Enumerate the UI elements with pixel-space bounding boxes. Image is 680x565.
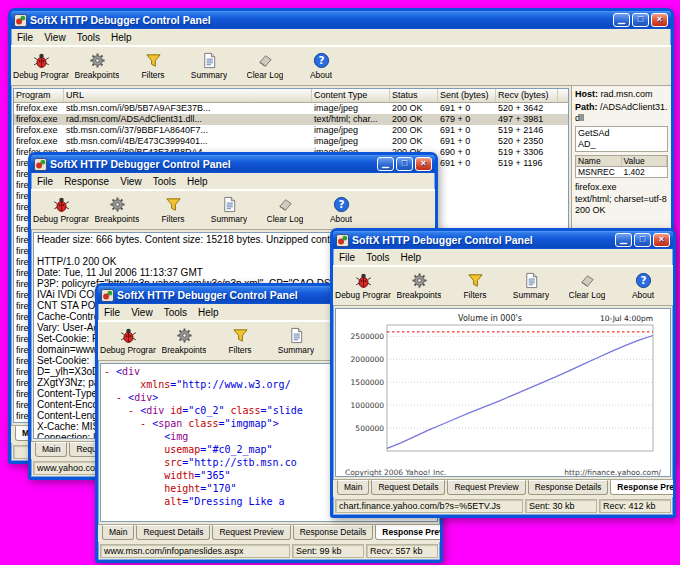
table-row[interactable]: firefox.exestb.msn.com/i/4B/E473C3999401…	[14, 136, 568, 147]
menu-file[interactable]: File	[17, 32, 33, 43]
tab-request-details[interactable]: Request Details	[136, 525, 210, 540]
minimize-button[interactable]: ▁	[377, 157, 394, 171]
close-button[interactable]: ×	[651, 13, 668, 27]
table-row[interactable]: firefox.exerad.msn.com/ADSAdClient31.dll…	[14, 114, 568, 125]
toolbar: Debug ProgramBreakpointsFiltersSummaryCl…	[31, 190, 435, 230]
menu-response[interactable]: Response	[64, 176, 109, 187]
toolbar-clear-log-button[interactable]: Clear Log	[237, 48, 293, 84]
view-tabs: MainRequest DetailsRequest PreviewRespon…	[98, 524, 440, 542]
toolbar-about-button[interactable]: ?About	[293, 48, 349, 84]
table-cell: image/jpeg	[312, 136, 390, 147]
table-row[interactable]: firefox.exestb.msn.com/i/9B/5B7A9AF3E37B…	[14, 103, 568, 114]
summary-document-icon	[201, 52, 218, 69]
menu-tools[interactable]: Tools	[366, 252, 389, 263]
status-bar: chart.finance.yahoo.com/b?s=%5ETV.Js Sen…	[333, 497, 673, 515]
toolbar-breakpoints-button[interactable]: Breakpoints	[391, 268, 447, 304]
host-label: Host:	[575, 89, 598, 99]
toolbar-filters-button[interactable]: Filters	[125, 48, 181, 84]
toolbar-filters-button[interactable]: Filters	[145, 192, 201, 228]
title-bar[interactable]: SoftX HTTP Debugger Control Panel ▁□×	[31, 155, 435, 173]
tab-response-preview[interactable]: Response Preview	[375, 525, 443, 540]
menu-help[interactable]: Help	[198, 307, 219, 318]
close-button[interactable]: ×	[415, 157, 432, 171]
title-bar[interactable]: SoftX HTTP Debugger Control Panel ▁□×	[333, 231, 673, 249]
title-bar[interactable]: SoftX HTTP Debugger Control Panel ▁□×	[11, 11, 671, 29]
toolbar-button-label: About	[330, 214, 352, 224]
toolbar-summary-button[interactable]: Summary	[201, 192, 257, 228]
column-header[interactable]: URL	[64, 89, 312, 102]
query-param: AD_	[578, 139, 665, 150]
toolbar-clear-log-button[interactable]: Clear Log	[559, 268, 615, 304]
minimize-button[interactable]: ▁	[613, 13, 630, 27]
toolbar-button-label: Debug Program	[13, 70, 69, 80]
breakpoints-gear-icon	[89, 52, 106, 69]
toolbar-debug-program-button[interactable]: Debug Program	[100, 323, 156, 359]
filters-funnel-icon	[165, 196, 182, 213]
tab-request-preview[interactable]: Request Preview	[447, 480, 525, 495]
tab-main[interactable]: Main	[337, 480, 369, 495]
table-cell: image/jpeg	[312, 103, 390, 114]
menu-tools[interactable]: Tools	[77, 32, 100, 43]
menu-file[interactable]: File	[37, 176, 53, 187]
detail-status: 200 OK	[575, 205, 668, 217]
table-cell: 691 + 0	[438, 158, 496, 169]
tab-main[interactable]: Main	[102, 525, 134, 540]
table-row[interactable]: firefox.exestb.msn.com/i/37/9BBF1A8640F7…	[14, 125, 568, 136]
toolbar-debug-program-button[interactable]: Debug Program	[335, 268, 391, 304]
maximize-button[interactable]: □	[634, 233, 651, 247]
svg-text:http://finance.yahoo.com/: http://finance.yahoo.com/	[564, 468, 661, 477]
table-cell: stb.msn.com/i/37/9BBF1A8640F7...	[64, 125, 312, 136]
toolbar-button-label: Breakpoints	[397, 290, 442, 300]
menu-help[interactable]: Help	[111, 32, 132, 43]
tab-response-preview[interactable]: Response Preview	[610, 480, 676, 495]
table-cell: 691 + 0	[438, 125, 496, 136]
toolbar-summary-button[interactable]: Summary	[181, 48, 237, 84]
table-cell: 679 + 0	[438, 114, 496, 125]
breakpoints-gear-icon	[109, 196, 126, 213]
svg-text:Volume in 000's: Volume in 000's	[458, 314, 522, 323]
toolbar-breakpoints-button[interactable]: Breakpoints	[89, 192, 145, 228]
menu-view[interactable]: View	[44, 32, 66, 43]
column-header[interactable]: Recv (bytes)	[496, 89, 558, 102]
nv-row[interactable]: MSNREC 1.402	[575, 166, 668, 178]
toolbar-button-label: Summary	[278, 345, 314, 355]
tab-main[interactable]: Main	[35, 442, 67, 457]
tab-response-details[interactable]: Response Details	[293, 525, 374, 540]
menu-tools[interactable]: Tools	[164, 307, 187, 318]
toolbar-clear-log-button[interactable]: Clear Log	[257, 192, 313, 228]
menu-view[interactable]: View	[120, 176, 142, 187]
column-header[interactable]: Status	[390, 89, 438, 102]
close-button[interactable]: ×	[653, 233, 670, 247]
column-header[interactable]: Program	[14, 89, 64, 102]
minimize-button[interactable]: ▁	[615, 233, 632, 247]
toolbar-summary-button[interactable]: Summary	[268, 323, 324, 359]
toolbar-breakpoints-button[interactable]: Breakpoints	[156, 323, 212, 359]
tab-request-details[interactable]: Request Details	[371, 480, 445, 495]
toolbar-debug-program-button[interactable]: Debug Program	[13, 48, 69, 84]
column-header[interactable]: Content Type	[312, 89, 390, 102]
maximize-button[interactable]: □	[396, 157, 413, 171]
toolbar-about-button[interactable]: ?About	[313, 192, 369, 228]
toolbar-button-label: Filters	[161, 214, 184, 224]
debug-bug-icon	[33, 52, 50, 69]
menu-file[interactable]: File	[104, 307, 120, 318]
toolbar-filters-button[interactable]: Filters	[212, 323, 268, 359]
column-header[interactable]: Sent (bytes)	[438, 89, 496, 102]
menu-help[interactable]: Help	[400, 252, 421, 263]
menu-help[interactable]: Help	[187, 176, 208, 187]
maximize-button[interactable]: □	[632, 13, 649, 27]
svg-text:1000000: 1000000	[351, 401, 385, 410]
toolbar-summary-button[interactable]: Summary	[503, 268, 559, 304]
toolbar-about-button[interactable]: ?About	[615, 268, 671, 304]
menu-view[interactable]: View	[131, 307, 153, 318]
menu-tools[interactable]: Tools	[153, 176, 176, 187]
toolbar-debug-program-button[interactable]: Debug Program	[33, 192, 89, 228]
tab-response-details[interactable]: Response Details	[528, 480, 609, 495]
tab-request-preview[interactable]: Request Preview	[212, 525, 290, 540]
toolbar-button-label: Breakpoints	[75, 70, 120, 80]
toolbar-breakpoints-button[interactable]: Breakpoints	[69, 48, 125, 84]
name-value-table: Name Value MSNREC 1.402	[575, 155, 668, 178]
menu-file[interactable]: File	[339, 252, 355, 263]
toolbar-filters-button[interactable]: Filters	[447, 268, 503, 304]
query-params-box: GetSAd AD_	[575, 126, 668, 152]
